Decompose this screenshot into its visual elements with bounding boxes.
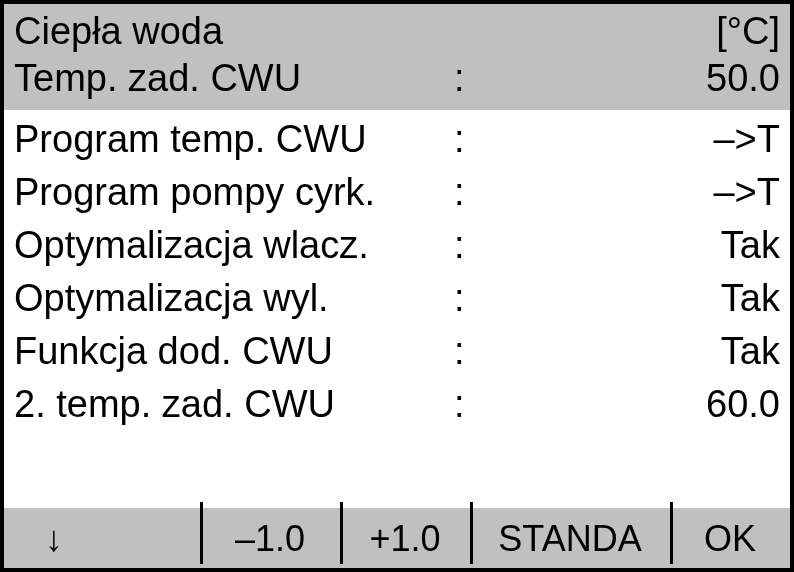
item-label: Optymalizacja wlacz.: [14, 224, 454, 267]
item-value: Tak: [494, 224, 780, 267]
item-value: Tak: [494, 277, 780, 320]
increment-button[interactable]: +1.0: [340, 510, 470, 568]
colon: :: [454, 118, 494, 161]
list-item[interactable]: Program temp. CWU : –>T: [4, 114, 790, 165]
setpoint-value[interactable]: 50.0: [494, 57, 780, 100]
item-label: Funkcja dod. CWU: [14, 330, 454, 373]
item-value: 60.0: [494, 383, 780, 426]
colon: :: [454, 383, 494, 426]
standard-button[interactable]: STANDA: [470, 510, 670, 568]
empty-button: [104, 510, 200, 568]
item-value: –>T: [494, 118, 780, 161]
colon: :: [454, 224, 494, 267]
item-label: Optymalizacja wyl.: [14, 277, 454, 320]
controller-screen: Ciepła woda [°C] Temp. zad. CWU : 50.0 P…: [0, 0, 794, 572]
item-label: 2. temp. zad. CWU: [14, 383, 454, 426]
colon: :: [454, 277, 494, 320]
item-value: Tak: [494, 330, 780, 373]
item-label: Program pompy cyrk.: [14, 171, 454, 214]
footer-buttons: ↓ –1.0 +1.0 STANDA OK: [4, 508, 790, 568]
header: Ciepła woda [°C] Temp. zad. CWU : 50.0: [4, 4, 790, 110]
setpoint-label: Temp. zad. CWU: [14, 57, 454, 100]
settings-list: Program temp. CWU : –>T Program pompy cy…: [4, 110, 790, 508]
down-button[interactable]: ↓: [4, 510, 104, 568]
item-value: –>T: [494, 171, 780, 214]
list-item[interactable]: 2. temp. zad. CWU : 60.0: [4, 379, 790, 430]
list-item[interactable]: Funkcja dod. CWU : Tak: [4, 326, 790, 377]
colon: :: [454, 57, 494, 100]
ok-button[interactable]: OK: [670, 510, 790, 568]
decrement-button[interactable]: –1.0: [200, 510, 340, 568]
page-title: Ciepła woda: [14, 10, 223, 53]
list-item[interactable]: Program pompy cyrk. : –>T: [4, 167, 790, 218]
item-label: Program temp. CWU: [14, 118, 454, 161]
colon: :: [454, 171, 494, 214]
list-item[interactable]: Optymalizacja wlacz. : Tak: [4, 220, 790, 271]
arrow-down-icon: ↓: [45, 518, 63, 560]
colon: :: [454, 330, 494, 373]
list-item[interactable]: Optymalizacja wyl. : Tak: [4, 273, 790, 324]
unit-label: [°C]: [716, 10, 780, 53]
